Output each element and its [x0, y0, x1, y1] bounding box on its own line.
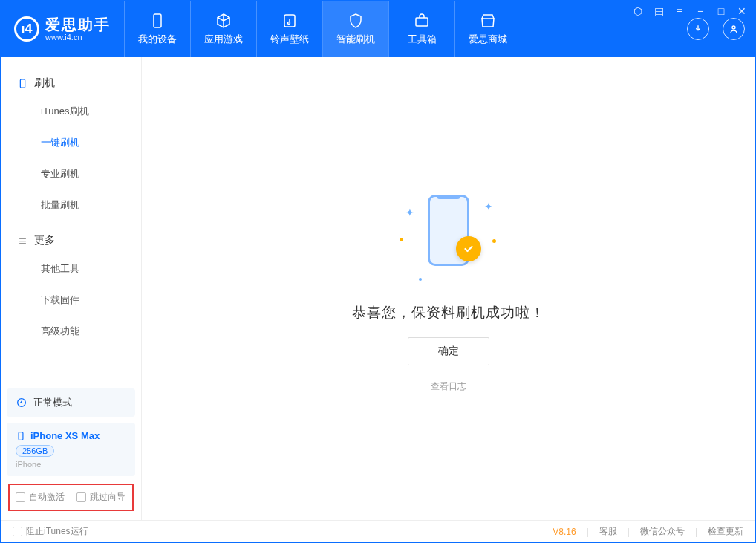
user-button[interactable]	[723, 18, 745, 40]
block-itunes-checkbox[interactable]: 阻止iTunes运行	[13, 525, 88, 538]
view-log-link[interactable]: 查看日志	[431, 380, 466, 393]
main-content: ✦ ✦ 恭喜您，保资料刷机成功啦！ 确定 查看日志	[142, 57, 755, 520]
tab-toolbox[interactable]: 工具箱	[389, 1, 454, 57]
checkbox-label: 跳过向导	[90, 491, 126, 504]
svg-rect-3	[416, 18, 428, 26]
sidebar-section-more: 更多	[1, 228, 141, 253]
version-text: V8.16	[553, 527, 576, 537]
svg-rect-0	[154, 14, 161, 27]
checkbox-icon	[76, 492, 86, 502]
phone-icon	[17, 78, 28, 89]
svg-rect-5	[20, 79, 25, 87]
sidebar-section-flash: 刷机	[1, 71, 141, 96]
tab-ringtones[interactable]: 铃声壁纸	[257, 1, 322, 57]
device-icon	[16, 431, 26, 441]
storage-badge: 256GB	[16, 445, 54, 457]
checkbox-icon	[16, 492, 25, 502]
checkbox-icon	[13, 527, 22, 536]
device-type-text: iPhone	[16, 460, 126, 469]
tab-store[interactable]: 爱思商城	[455, 1, 521, 57]
checkbox-label: 自动激活	[29, 491, 65, 504]
sidebar-item-batch-flash[interactable]: 批量刷机	[1, 189, 141, 221]
sidebar-item-oneclick-flash[interactable]: 一键刷机	[1, 127, 141, 158]
refresh-icon	[16, 397, 27, 409]
list-icon	[17, 235, 28, 247]
device-card[interactable]: iPhone XS Max 256GB iPhone	[7, 423, 135, 476]
footer: 阻止iTunes运行 V8.16 | 客服 | 微信公众号 | 检查更新	[1, 520, 755, 542]
top-nav: 我的设备 应用游戏 铃声壁纸 智能刷机 工具箱 爱思商城	[124, 1, 521, 57]
shirt-icon[interactable]: ⬡	[632, 5, 644, 17]
check-badge-icon	[456, 236, 481, 261]
footer-link-wechat[interactable]: 微信公众号	[640, 525, 685, 538]
window-controls: ⬡ ▤ ≡ − □ ✕	[632, 5, 748, 17]
maximize-icon[interactable]: □	[715, 5, 727, 17]
tab-label: 铃声壁纸	[270, 33, 309, 46]
tab-apps-games[interactable]: 应用游戏	[191, 1, 256, 57]
tab-label: 我的设备	[138, 33, 177, 46]
minimize-icon[interactable]: −	[694, 5, 706, 17]
mode-text: 正常模式	[33, 396, 72, 409]
tab-label: 爱思商城	[469, 33, 507, 46]
confirm-button[interactable]: 确定	[408, 337, 489, 365]
auto-activate-checkbox[interactable]: 自动激活	[16, 491, 65, 504]
highlighted-options: 自动激活 跳过向导	[8, 484, 134, 511]
success-illustration: ✦ ✦	[397, 184, 501, 288]
app-title: 爱思助手	[45, 16, 111, 33]
sidebar: 刷机 iTunes刷机 一键刷机 专业刷机 批量刷机 更多 其他工具 下载固件 …	[1, 57, 142, 520]
checkbox-label: 阻止iTunes运行	[26, 525, 88, 538]
sidebar-item-other-tools[interactable]: 其他工具	[1, 253, 141, 284]
list-icon[interactable]: ▤	[653, 5, 665, 17]
store-icon	[479, 12, 497, 30]
svg-point-4	[732, 26, 735, 29]
sidebar-item-download-firmware[interactable]: 下载固件	[1, 284, 141, 316]
svg-rect-7	[19, 432, 23, 440]
logo[interactable]: ı4 爱思助手 www.i4.cn	[1, 1, 124, 57]
shield-icon	[347, 12, 365, 30]
footer-link-support[interactable]: 客服	[599, 525, 617, 538]
footer-link-update[interactable]: 检查更新	[708, 525, 743, 538]
menu-icon[interactable]: ≡	[674, 5, 685, 17]
section-title-text: 更多	[34, 234, 55, 247]
success-message: 恭喜您，保资料刷机成功啦！	[352, 303, 545, 322]
sidebar-item-advanced[interactable]: 高级功能	[1, 316, 141, 347]
phone-icon	[149, 12, 166, 30]
tab-label: 智能刷机	[336, 33, 375, 46]
section-title-text: 刷机	[34, 77, 55, 90]
tab-label: 应用游戏	[204, 33, 243, 46]
svg-point-2	[288, 22, 290, 25]
logo-icon: ı4	[14, 16, 39, 42]
tab-my-device[interactable]: 我的设备	[125, 1, 190, 57]
tab-label: 工具箱	[408, 33, 437, 46]
tab-smart-flash[interactable]: 智能刷机	[323, 1, 388, 57]
toolbox-icon	[413, 12, 431, 30]
sidebar-item-itunes-flash[interactable]: iTunes刷机	[1, 96, 141, 127]
cube-icon	[215, 12, 232, 30]
sidebar-item-pro-flash[interactable]: 专业刷机	[1, 158, 141, 189]
download-button[interactable]	[687, 18, 709, 40]
music-icon	[281, 12, 299, 30]
skip-guide-checkbox[interactable]: 跳过向导	[76, 491, 126, 504]
close-icon[interactable]: ✕	[736, 5, 748, 17]
mode-card[interactable]: 正常模式	[7, 388, 135, 417]
app-subtitle: www.i4.cn	[45, 33, 111, 42]
device-name-text: iPhone XS Max	[30, 430, 100, 441]
